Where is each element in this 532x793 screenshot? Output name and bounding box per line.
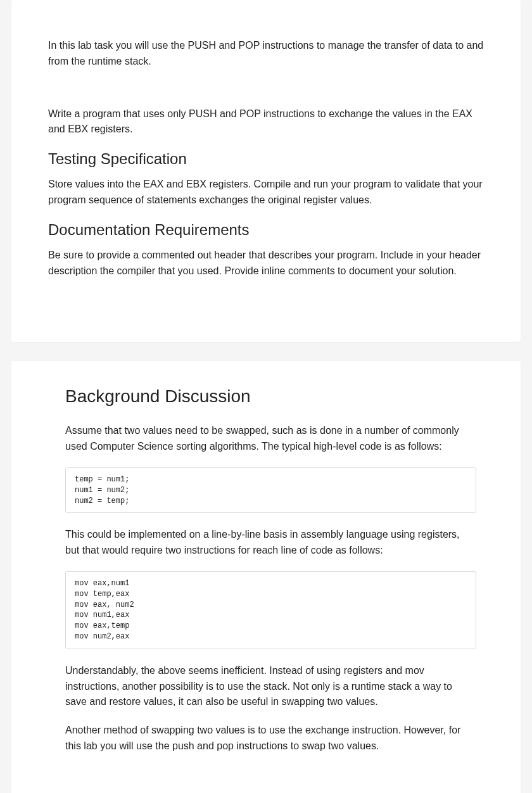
testing-spec-heading: Testing Specification [48, 150, 484, 168]
intro-paragraph: In this lab task you will use the PUSH a… [48, 38, 484, 70]
lab-task-card: In this lab task you will use the PUSH a… [11, 0, 521, 342]
task-paragraph: Write a program that uses only PUSH and … [48, 106, 484, 138]
bg-paragraph-2: This could be implemented on a line-by-l… [65, 527, 476, 559]
background-title: Background Discussion [65, 386, 476, 407]
bg-paragraph-1: Assume that two values need to be swappe… [65, 423, 476, 455]
testing-spec-body: Store values into the EAX and EBX regist… [48, 177, 484, 208]
code-block-assembly: mov eax,num1 mov temp,eax mov eax, num2 … [65, 571, 476, 649]
doc-requirements-body: Be sure to provide a commented out heade… [48, 248, 484, 279]
bg-paragraph-3: Understandably, the above seems ineffici… [65, 663, 476, 710]
code-block-highlevel: temp = num1; num1 = num2; num2 = temp; [65, 467, 476, 513]
background-discussion-card: Background Discussion Assume that two va… [11, 361, 521, 793]
doc-requirements-heading: Documentation Requirements [48, 221, 484, 239]
bg-paragraph-4: Another method of swapping two values is… [65, 723, 476, 754]
